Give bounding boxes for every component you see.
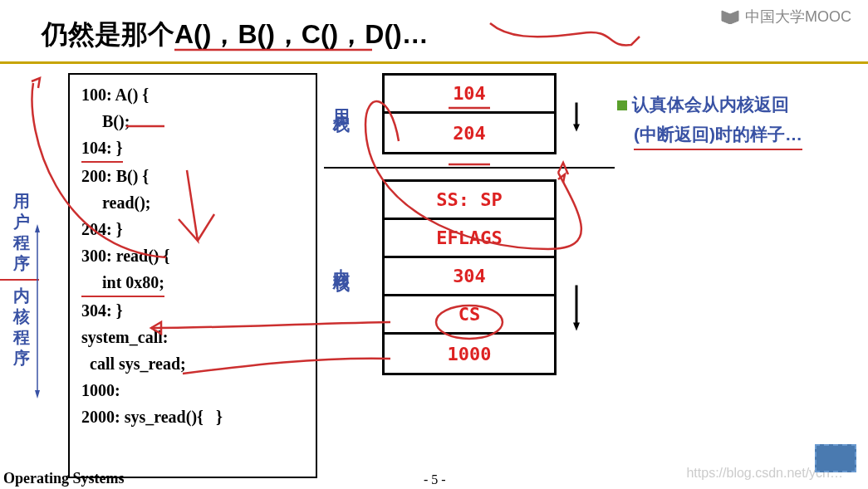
note-line-1: 认真体会从内核返回	[632, 95, 789, 114]
note-line-2: (中断返回)时的样子…	[634, 120, 802, 151]
code-line: 2000: sys_read(){ }	[81, 403, 304, 430]
watermark-text: 中国大学MOOC	[745, 7, 851, 27]
code-line: 304: }	[81, 297, 304, 324]
watermark: 中国大学MOOC	[720, 7, 851, 27]
program-type-labels: 用户程序 内核程序	[12, 191, 32, 369]
code-line: read();	[81, 189, 304, 216]
code-line: 100: A() {	[81, 81, 304, 108]
user-stack-label: 用户栈	[331, 96, 353, 106]
svg-marker-4	[573, 125, 580, 132]
code-line: call sys_read;	[81, 350, 304, 377]
code-line: 200: B() {	[81, 163, 304, 189]
kernel-stack: SS: SP EFLAGS 304 CS 1000	[382, 179, 557, 375]
svg-marker-1	[35, 224, 40, 232]
code-line: system_call:	[81, 324, 304, 350]
stack-cell: 304	[385, 258, 554, 296]
code-block: 100: A() { B(); 104: } 200: B() { read()…	[68, 73, 317, 478]
stack-cell: CS	[385, 296, 554, 335]
code-line: int 0x80;	[81, 269, 164, 297]
page-number: - 5 -	[424, 472, 446, 487]
book-icon	[720, 9, 740, 24]
down-arrow-icon	[573, 262, 580, 354]
kernel-stack-label: 内核栈	[331, 256, 353, 266]
kernel-program-label: 内核程序	[13, 286, 30, 369]
corner-badge	[815, 444, 856, 472]
stack-cell: 1000	[385, 335, 554, 373]
stack-cell: 104	[385, 76, 554, 114]
user-program-label: 用户程序	[13, 191, 30, 274]
code-line: B();	[81, 108, 304, 134]
stack-cell: EFLAGS	[385, 220, 554, 258]
annotation-note: 认真体会从内核返回 (中断返回)时的样子…	[617, 90, 841, 150]
code-line: 1000:	[81, 377, 304, 403]
stack-separator	[357, 154, 557, 179]
code-line: 300: read() {	[81, 242, 304, 269]
label-divider	[0, 279, 39, 281]
svg-marker-6	[573, 323, 580, 331]
user-stack: 104 204	[382, 73, 557, 154]
stack-cell: SS: SP	[385, 182, 554, 220]
footer-text: Operating Systems	[3, 470, 125, 487]
code-line: 104: }	[81, 134, 123, 163]
svg-marker-2	[35, 390, 40, 399]
bullet-icon	[617, 100, 627, 110]
code-line: 204: }	[81, 216, 304, 242]
down-arrow-icon	[573, 88, 580, 146]
double-arrow-icon	[35, 224, 40, 399]
slide-title: 仍然是那个A()，B()，C()，D()…	[42, 17, 826, 53]
stack-diagram: 用户栈 104 204 内核栈 SS: SP EFLAGS 304 CS 100…	[357, 73, 557, 375]
stack-cell: 204	[385, 114, 554, 152]
